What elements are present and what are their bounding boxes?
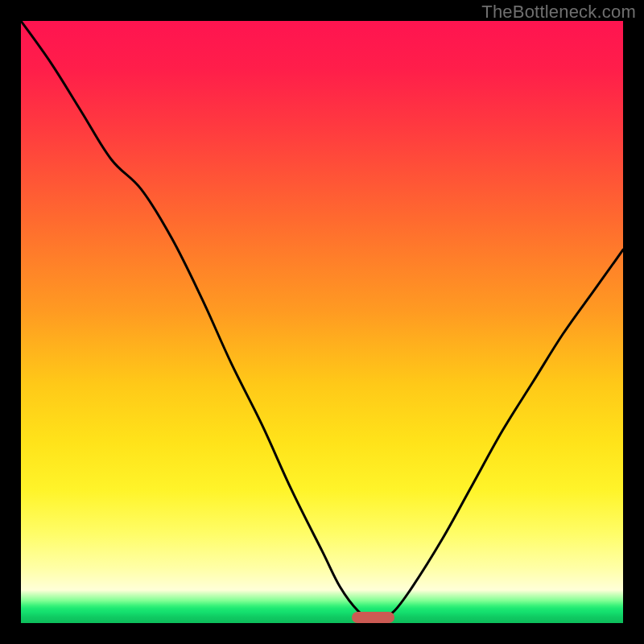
plot-area	[21, 21, 623, 623]
curve-path	[21, 21, 623, 618]
watermark-text: TheBottleneck.com	[481, 2, 636, 23]
optimal-range-marker	[352, 612, 394, 623]
chart-frame: TheBottleneck.com	[0, 0, 644, 644]
bottleneck-curve	[21, 21, 623, 623]
